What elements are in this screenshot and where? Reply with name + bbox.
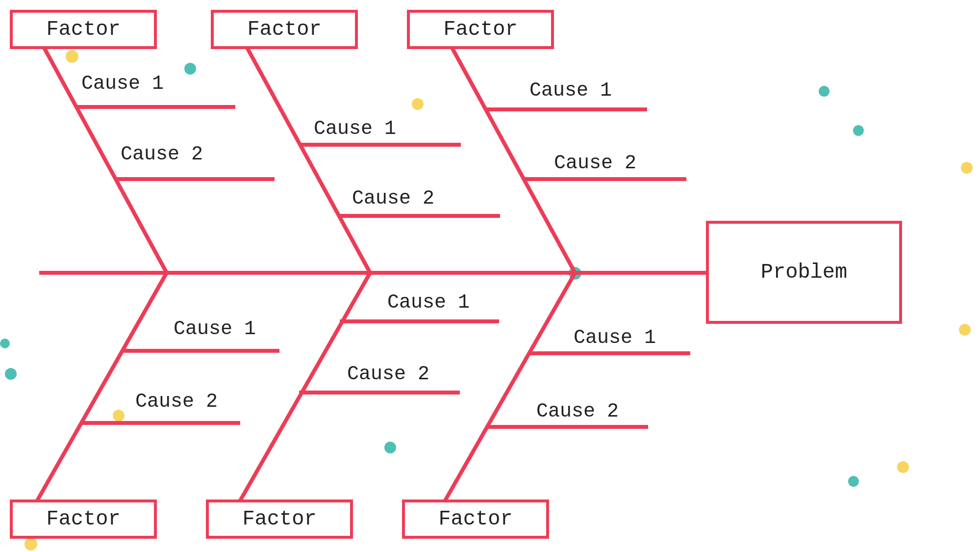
branch-bottom-2 <box>240 273 370 500</box>
factor-box-bottom-2: Factor <box>206 499 353 539</box>
factor-box-bottom-1: Factor <box>10 499 157 539</box>
cause-label: Cause 2 <box>536 400 619 422</box>
branch-top-2 <box>245 44 370 273</box>
branch-bottom-1 <box>37 273 167 500</box>
fishbone-diagram: Problem Factor Factor Factor Factor Fact… <box>0 0 980 552</box>
problem-label: Problem <box>761 261 847 284</box>
cause-label: Cause 1 <box>81 73 164 95</box>
factor-box-top-2: Factor <box>211 10 358 49</box>
cause-label: Cause 2 <box>135 391 218 413</box>
cause-label: Cause 1 <box>314 118 396 140</box>
factor-box-top-1: Factor <box>10 10 157 49</box>
factor-label: Factor <box>46 18 120 41</box>
cause-label: Cause 1 <box>574 327 656 349</box>
cause-label: Cause 1 <box>529 79 612 102</box>
factor-label: Factor <box>443 18 517 41</box>
cause-label: Cause 1 <box>174 318 256 340</box>
factor-label: Factor <box>46 507 120 531</box>
factor-box-top-3: Factor <box>407 10 554 49</box>
factor-box-bottom-3: Factor <box>402 499 549 539</box>
factor-label: Factor <box>247 18 321 41</box>
cause-label: Cause 2 <box>347 363 429 385</box>
cause-label: Cause 2 <box>121 143 203 165</box>
factor-label: Factor <box>438 507 512 531</box>
cause-label: Cause 1 <box>387 291 470 314</box>
factor-label: Factor <box>242 507 316 531</box>
cause-label: Cause 2 <box>554 152 636 174</box>
problem-box: Problem <box>706 221 902 324</box>
cause-label: Cause 2 <box>352 187 434 210</box>
